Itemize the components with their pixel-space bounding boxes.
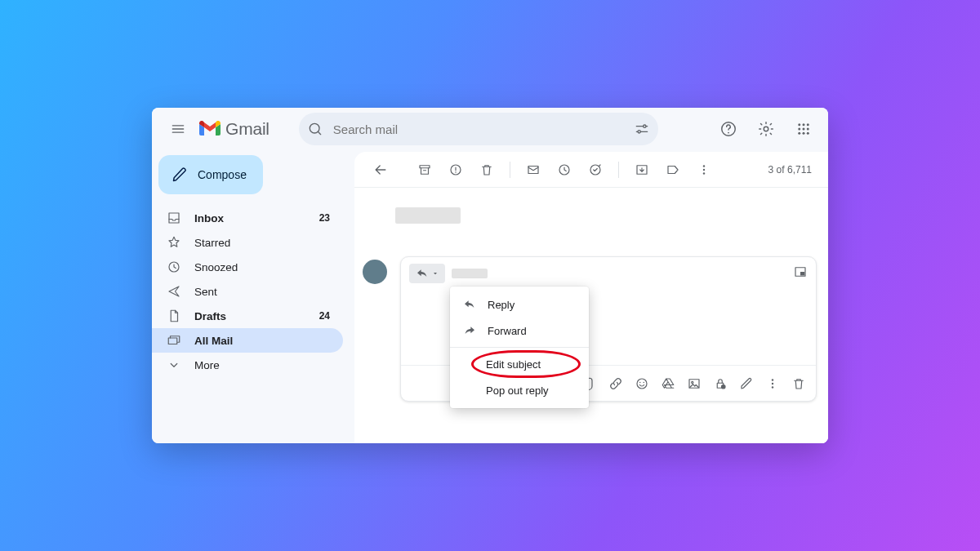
- trash-icon: [791, 376, 806, 391]
- toolbar-separator: [618, 162, 619, 178]
- sidebar-item-count: 23: [319, 212, 330, 224]
- insert-link-button[interactable]: [608, 376, 623, 391]
- svg-point-11: [807, 128, 809, 131]
- sidebar-item-starred[interactable]: Starred: [152, 230, 343, 255]
- reply-type-button[interactable]: [409, 264, 445, 283]
- insert-drive-button[interactable]: [661, 376, 675, 391]
- svg-point-26: [703, 172, 705, 174]
- sidebar-item-drafts[interactable]: Drafts 24: [152, 304, 343, 328]
- sidebar-item-snoozed[interactable]: Snoozed: [152, 255, 343, 279]
- move-to-icon: [635, 162, 649, 177]
- svg-point-5: [764, 127, 768, 131]
- labels-button[interactable]: [658, 156, 688, 184]
- sidebar-item-sent[interactable]: Sent: [152, 279, 343, 304]
- sidebar-item-label: Sent: [194, 286, 217, 298]
- clock-icon: [167, 260, 181, 274]
- more-vert-icon: [765, 376, 780, 391]
- svg-point-8: [807, 123, 809, 126]
- search-bar[interactable]: [299, 113, 658, 145]
- arrow-left-icon: [372, 162, 389, 178]
- settings-button[interactable]: [750, 113, 782, 145]
- add-task-button[interactable]: [581, 156, 610, 184]
- reply-area: Reply Forward Edit subject Pop out re: [354, 256, 828, 402]
- apps-button[interactable]: [787, 113, 820, 145]
- nav-list: Inbox 23 Starred Snoozed Sent Draf: [158, 206, 348, 377]
- compose-more-button[interactable]: [765, 376, 780, 391]
- message-toolbar: 3 of 6,711: [354, 152, 828, 188]
- reply-icon: [463, 298, 476, 311]
- report-spam-button[interactable]: [441, 156, 470, 184]
- compose-button[interactable]: Compose: [158, 155, 263, 194]
- menu-item-forward[interactable]: Forward: [450, 318, 589, 344]
- archive-button[interactable]: [410, 156, 439, 184]
- delete-button[interactable]: [472, 156, 501, 184]
- svg-point-25: [703, 168, 705, 170]
- insert-emoji-button[interactable]: [635, 376, 649, 391]
- svg-point-31: [644, 381, 645, 383]
- snooze-button[interactable]: [550, 156, 579, 184]
- avatar: [363, 260, 387, 284]
- sidebar-item-all-mail[interactable]: All Mail: [152, 328, 343, 353]
- gear-icon: [757, 120, 775, 138]
- pop-in-window-button[interactable]: [793, 264, 808, 282]
- sidebar-item-label: Inbox: [194, 212, 224, 224]
- send-icon: [167, 284, 181, 299]
- more-actions-button[interactable]: [689, 156, 719, 184]
- help-icon: [719, 120, 737, 138]
- menu-item-reply[interactable]: Reply: [450, 291, 589, 318]
- main-menu-button[interactable]: [162, 113, 194, 145]
- message-position: 3 of 6,711: [768, 164, 812, 176]
- search-options-icon[interactable]: [634, 121, 650, 137]
- picture-in-picture-icon: [793, 264, 808, 279]
- svg-point-6: [798, 123, 800, 126]
- forward-icon: [463, 324, 476, 337]
- gmail-logo[interactable]: Gmail: [199, 119, 270, 139]
- app-name: Gmail: [225, 119, 270, 139]
- discard-draft-button[interactable]: [791, 376, 806, 391]
- sidebar-item-inbox[interactable]: Inbox 23: [152, 206, 343, 230]
- insert-signature-button[interactable]: [739, 376, 754, 391]
- search-input[interactable]: [332, 122, 626, 137]
- gmail-logo-icon: [199, 121, 220, 137]
- svg-rect-28: [800, 272, 804, 276]
- move-to-button[interactable]: [627, 156, 657, 184]
- menu-item-pop-out[interactable]: Pop out reply: [450, 377, 589, 403]
- compose-label: Compose: [198, 168, 247, 181]
- svg-point-19: [455, 171, 457, 173]
- label-icon: [666, 162, 680, 177]
- reply-options-menu: Reply Forward Edit subject Pop out re: [450, 287, 589, 408]
- svg-point-33: [692, 381, 693, 383]
- trash-icon: [479, 162, 494, 177]
- search-icon: [307, 121, 323, 137]
- star-icon: [167, 235, 181, 250]
- svg-rect-20: [528, 166, 538, 173]
- svg-point-4: [728, 132, 729, 134]
- svg-point-13: [803, 132, 805, 135]
- svg-rect-16: [168, 338, 177, 344]
- pencil-icon: [172, 167, 188, 183]
- task-check-icon: [588, 162, 603, 177]
- svg-point-7: [803, 123, 805, 126]
- insert-photo-button[interactable]: [687, 376, 702, 391]
- sidebar-item-label: All Mail: [194, 335, 233, 347]
- menu-label: Pop out reply: [486, 384, 549, 397]
- mark-unread-button[interactable]: [519, 156, 548, 184]
- sidebar-item-label: More: [194, 359, 220, 371]
- sidebar-item-more[interactable]: More: [152, 353, 343, 377]
- link-icon: [608, 376, 623, 391]
- lock-clock-icon: [713, 376, 728, 391]
- support-button[interactable]: [712, 113, 745, 145]
- svg-point-39: [772, 386, 773, 388]
- reply-card-header: [401, 257, 816, 290]
- app-body: Compose Inbox 23 Starred Snoozed: [152, 150, 828, 443]
- svg-point-10: [803, 128, 805, 131]
- back-button[interactable]: [366, 156, 395, 184]
- menu-item-edit-subject[interactable]: Edit subject: [450, 351, 589, 377]
- svg-point-24: [703, 165, 705, 167]
- spam-icon: [448, 162, 463, 177]
- confidential-mode-button[interactable]: [713, 376, 728, 391]
- drive-icon: [661, 376, 675, 391]
- toolbar-separator: [510, 162, 510, 178]
- recipient-placeholder: [452, 269, 488, 278]
- sidebar-item-label: Starred: [194, 237, 230, 249]
